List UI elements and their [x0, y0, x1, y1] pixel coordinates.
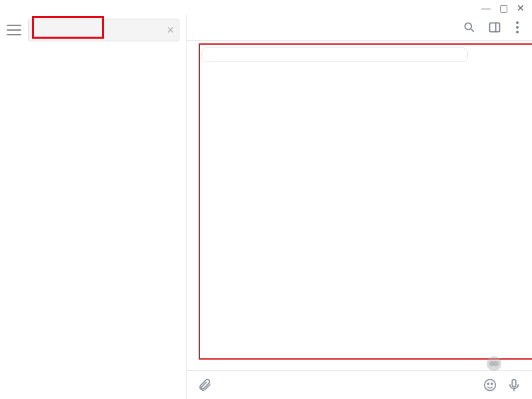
side-panel-icon[interactable] [488, 21, 501, 34]
chat-body [187, 41, 532, 370]
search-icon[interactable] [463, 21, 476, 34]
voice-icon[interactable] [507, 378, 521, 392]
chat-panel [187, 15, 532, 399]
emoji-icon[interactable] [483, 378, 497, 392]
chat-header [187, 15, 532, 41]
search-section-label [0, 48, 186, 55]
svg-point-0 [465, 23, 471, 29]
attach-icon[interactable] [197, 378, 212, 392]
window-minimize-icon[interactable]: — [480, 3, 492, 13]
message-input[interactable] [221, 380, 473, 390]
svg-point-5 [487, 383, 489, 384]
search-input[interactable] [28, 19, 179, 41]
svg-point-4 [485, 380, 496, 391]
message-input-row [187, 370, 532, 399]
window-close-icon[interactable]: ✕ [515, 3, 527, 13]
svg-point-6 [491, 383, 493, 384]
search-results [0, 55, 186, 399]
window-maximize-icon[interactable]: ▢ [497, 3, 509, 13]
sidebar: × [0, 15, 187, 399]
svg-rect-7 [512, 380, 516, 387]
annotation-box [199, 43, 532, 360]
menu-icon[interactable] [7, 25, 21, 35]
svg-line-1 [471, 29, 474, 32]
clear-search-icon[interactable]: × [167, 23, 174, 37]
svg-rect-2 [490, 23, 500, 31]
message-bubble [201, 47, 468, 62]
more-options-icon[interactable] [513, 20, 521, 35]
